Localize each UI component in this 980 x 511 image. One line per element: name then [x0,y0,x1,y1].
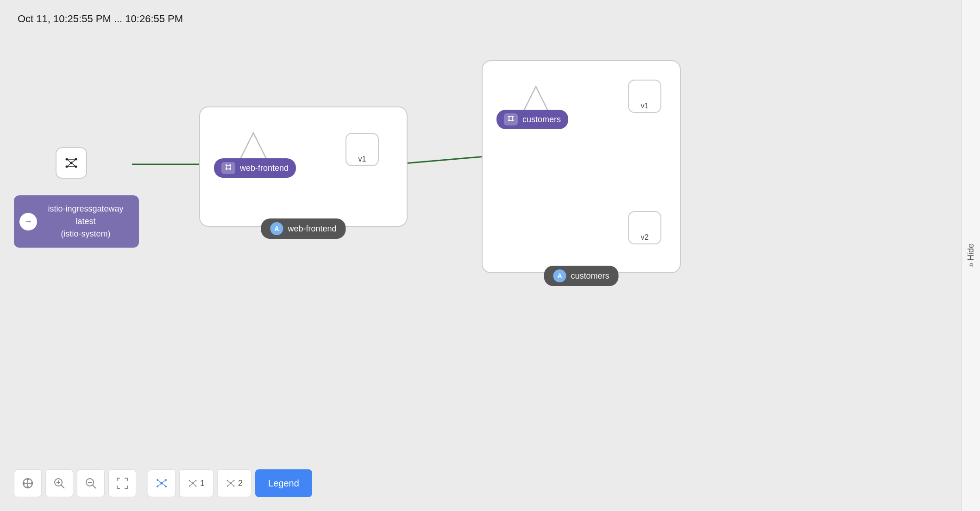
namespace-1-label: 1 [200,479,205,488]
svg-line-54 [157,480,162,483]
legend-button[interactable]: Legend [255,469,312,497]
wf-service-name: web-frontend [240,163,289,173]
toolbar-separator [142,474,142,492]
svg-line-72 [227,480,231,483]
canvas-area: Oct 11, 10:25:55 PM ... 10:26:55 PM [0,0,961,511]
cust-service-name: customers [522,115,561,125]
svg-line-48 [93,485,96,488]
ingress-node[interactable]: → istio-ingressgateway latest (istio-sys… [14,171,139,248]
timestamp: Oct 11, 10:25:55 PM ... 10:26:55 PM [18,13,183,25]
svg-line-11 [67,159,71,163]
svg-line-57 [162,483,166,486]
svg-line-55 [162,480,166,483]
svg-line-14 [71,163,76,167]
wf-v1-label: v1 [358,155,366,163]
namespace-all-button[interactable] [148,469,176,497]
svg-line-66 [193,483,196,486]
ingress-label: istio-ingressgateway latest (istio-syste… [48,203,123,240]
toolbar: 1 2 Legend [14,469,312,497]
cust-v2-label: v2 [641,233,649,242]
fit-button[interactable] [108,469,136,497]
wf-bottom-label[interactable]: A web-frontend [261,218,346,239]
svg-line-64 [193,480,196,483]
customers-group[interactable]: customers v1 v2 A customers [482,60,681,273]
namespace-2-button[interactable]: 2 [217,469,251,497]
svg-line-45 [61,485,64,488]
svg-line-65 [189,483,193,486]
svg-line-63 [189,480,193,483]
wf-service-badge[interactable]: web-frontend [214,158,296,178]
cust-label-name: customers [571,271,609,281]
legend-label: Legend [268,478,299,489]
wf-service-icon [221,162,235,174]
cust-v1-box[interactable]: v1 [628,80,661,113]
ingress-icon [56,147,87,179]
svg-marker-17 [239,133,267,161]
ingress-circle-icon: → [19,213,37,231]
cust-label-a: A [553,269,566,282]
cust-service-icon [504,113,518,125]
pan-button[interactable] [14,469,42,497]
zoom-out-button[interactable] [77,469,105,497]
svg-line-75 [231,483,234,486]
namespace-2-label: 2 [238,479,243,488]
cust-bottom-label[interactable]: A customers [544,266,618,286]
wf-label-name: web-frontend [288,224,336,234]
cust-service-badge[interactable]: customers [496,110,568,129]
wf-label-a: A [270,222,283,235]
webfrontend-group[interactable]: web-frontend v1 A web-frontend [199,106,408,227]
svg-line-13 [67,163,71,167]
arrows-svg [0,0,961,511]
wf-v1-box[interactable]: v1 [346,133,379,166]
svg-line-74 [227,483,231,486]
hide-label: Hide [966,243,976,261]
namespace-1-button[interactable]: 1 [179,469,214,497]
cust-v2-box[interactable]: v2 [628,211,661,244]
zoom-in-button[interactable] [45,469,73,497]
svg-line-73 [231,480,234,483]
svg-line-12 [71,159,76,163]
hide-arrows: » [966,263,976,268]
ingress-box: → istio-ingressgateway latest (istio-sys… [14,195,139,248]
svg-line-56 [157,483,162,486]
hide-panel[interactable]: » Hide [961,0,980,511]
cust-v1-label: v1 [641,102,649,110]
